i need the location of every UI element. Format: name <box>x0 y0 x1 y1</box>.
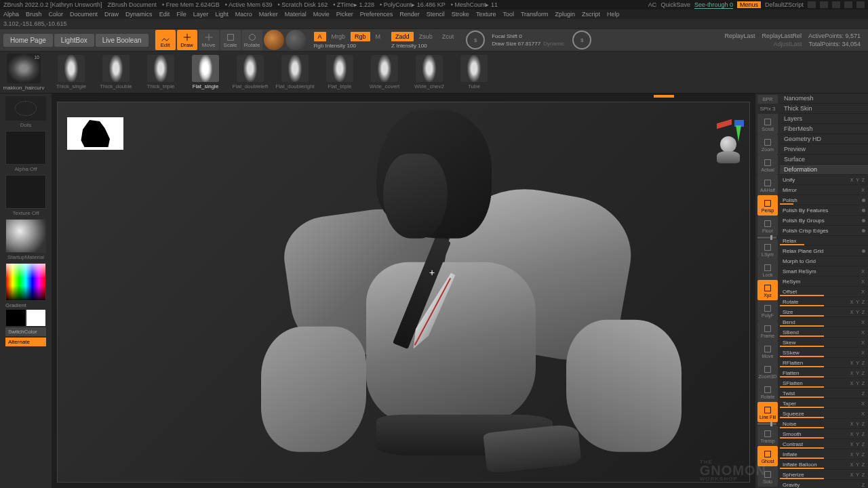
minimize-icon[interactable] <box>832 1 840 8</box>
menu-material[interactable]: Material <box>285 11 307 18</box>
menu-render[interactable]: Render <box>399 11 420 18</box>
rt-lock[interactable]: Lock <box>757 260 778 280</box>
arrow-icon[interactable] <box>808 1 816 8</box>
rt-zoom3d[interactable]: Zoom3D <box>757 361 778 382</box>
deform-polish-crisp-edges[interactable]: Polish Crisp Edges <box>780 226 868 236</box>
brush-flat_triple[interactable]: Flat_triple <box>322 55 357 89</box>
material-sphere[interactable] <box>264 30 284 50</box>
gradient-label[interactable]: Gradient <box>5 302 26 308</box>
section-nanomesh[interactable]: Nanomesh <box>780 94 868 104</box>
deform-resym[interactable]: ReSymX <box>780 277 868 287</box>
brush-flat_doubleleft[interactable]: Flat_doubleleft <box>233 55 268 89</box>
brush-flat_single[interactable]: Flat_single <box>188 55 223 89</box>
rt-floor[interactable]: Floor <box>757 216 778 236</box>
deform-twist[interactable]: TwistZ <box>780 388 868 399</box>
timeline-slider[interactable] <box>654 95 674 98</box>
seethrough-slider[interactable]: See-through 0 <box>694 1 733 9</box>
menu-dynamics[interactable]: Dynamics <box>125 11 153 18</box>
menu-picker[interactable]: Picker <box>336 11 353 18</box>
alpha-swatch[interactable] <box>5 131 46 165</box>
stroke-dots-preview[interactable] <box>5 96 46 121</box>
rt-xyz[interactable]: Xyz <box>757 280 778 300</box>
deform-mirror[interactable]: MirrorX <box>780 185 868 195</box>
deform-rotate[interactable]: RotateX Y Z <box>780 297 868 307</box>
deform-polish-by-features[interactable]: Polish By Features <box>780 205 868 216</box>
section-thick-skin[interactable]: Thick Skin <box>780 104 868 114</box>
menu-color[interactable]: Color <box>49 11 64 18</box>
rt-scroll[interactable]: Scroll <box>757 114 778 134</box>
section-surface[interactable]: Surface <box>780 155 868 165</box>
menu-document[interactable]: Document <box>70 11 98 18</box>
homepage-button[interactable]: Home Page <box>3 34 53 47</box>
brush-flat_doubleright[interactable]: Flat_doubleright <box>277 55 313 89</box>
deform-polish[interactable]: Polish <box>780 195 868 205</box>
lightbox-button[interactable]: LightBox <box>54 34 94 47</box>
menu-brush[interactable]: Brush <box>26 11 42 18</box>
deform-taper[interactable]: TaperX <box>780 399 868 409</box>
camera-head-gizmo[interactable] <box>717 136 740 166</box>
deform-sbend[interactable]: SBendX <box>780 327 868 338</box>
a-chip[interactable]: A <box>314 32 326 41</box>
rt-lsym[interactable]: LSym <box>757 239 778 260</box>
menu-edit[interactable]: Edit <box>159 11 170 18</box>
menu-marker[interactable]: Marker <box>259 11 278 18</box>
deform-relax-plane-grid[interactable]: Relax Plane Grid <box>780 246 868 256</box>
mrgb-chip[interactable]: Mrgb <box>328 32 350 41</box>
deform-bend[interactable]: BendX <box>780 317 868 327</box>
menu-zplugin[interactable]: Zplugin <box>555 11 576 18</box>
viewport[interactable] <box>57 102 750 483</box>
silhouette-thumbnail[interactable] <box>67 117 123 150</box>
menus-toggle[interactable]: Menus <box>737 1 761 8</box>
zsub-chip[interactable]: Zsub <box>415 32 437 41</box>
rt-persp[interactable]: Persp <box>757 195 778 216</box>
rt-aahalf[interactable]: AAHalf <box>757 175 778 195</box>
deform-sflatten[interactable]: SFlattenX Y Z <box>780 378 868 388</box>
gradient-sphere[interactable] <box>285 30 306 50</box>
texture-swatch[interactable] <box>5 175 46 209</box>
menu-preferences[interactable]: Preferences <box>360 11 393 18</box>
menu-light[interactable]: Light <box>215 11 229 18</box>
material-swatch[interactable] <box>5 219 46 253</box>
quicksave-button[interactable]: QuickSave <box>660 1 690 8</box>
deform-gravity[interactable]: GravityZ <box>780 480 868 488</box>
replaylast-button[interactable]: ReplayLast <box>724 33 755 39</box>
secondary-color-swatch[interactable] <box>6 310 25 326</box>
deform-size[interactable]: SizeX Y Z <box>780 307 868 317</box>
switchcolor-button[interactable]: SwitchColor <box>5 327 46 336</box>
brush-wide_chev2[interactable]: Wide_chev2 <box>412 55 447 89</box>
rt-move[interactable]: Move <box>757 341 778 361</box>
deform-noise[interactable]: NoiseX Y Z <box>780 419 868 429</box>
menu-stencil[interactable]: Stencil <box>427 11 445 18</box>
menu-file[interactable]: File <box>176 11 186 18</box>
deform-sskew[interactable]: SSkewX <box>780 348 868 358</box>
deform-flatten[interactable]: FlattenX Y Z <box>780 368 868 378</box>
rt-frame[interactable]: Frame <box>757 321 778 341</box>
section-geometry-hd[interactable]: Geometry HD <box>780 134 868 144</box>
main-brush-preview[interactable]: makkon_haircurv <box>3 54 44 91</box>
spix-label[interactable]: SPix 3 <box>760 106 775 112</box>
menu-stroke[interactable]: Stroke <box>452 11 469 18</box>
menu-layer[interactable]: Layer <box>193 11 209 18</box>
section-deformation[interactable]: Deformation <box>780 165 868 175</box>
focal-shift-slider[interactable]: Focal Shift 0 <box>492 33 564 39</box>
menu-texture[interactable]: Texture <box>476 11 496 18</box>
zcut-chip[interactable]: Zcut <box>438 32 458 41</box>
brush-thick_triple[interactable]: Thick_triple <box>143 55 178 89</box>
deform-rflatten[interactable]: RFlattenX Y Z <box>780 358 868 368</box>
deform-polish-by-groups[interactable]: Polish By Groups <box>780 216 868 226</box>
menu-macro[interactable]: Macro <box>235 11 252 18</box>
rt-line-fill[interactable]: Line Fill <box>757 402 778 422</box>
rt-actual[interactable]: Actual <box>757 155 778 175</box>
replaylastrel-button[interactable]: ReplayLastRel <box>762 33 802 39</box>
brush-tube[interactable]: Tube <box>456 55 492 89</box>
bpr-button[interactable]: BPR <box>757 95 778 104</box>
color-picker[interactable] <box>5 263 46 301</box>
deform-morph-to-grid[interactable]: Morph to Grid <box>780 256 868 266</box>
draw-mode-button[interactable]: Draw <box>177 30 197 50</box>
arrow-icon[interactable] <box>820 1 828 8</box>
maximize-icon[interactable] <box>844 1 852 8</box>
deform-spherize[interactable]: SpherizeX Y Z <box>780 470 868 480</box>
rotate-mode-button[interactable]: Rotate <box>242 30 262 50</box>
menu-movie[interactable]: Movie <box>313 11 330 18</box>
brush-thick_double[interactable]: Thick_double <box>98 55 134 89</box>
